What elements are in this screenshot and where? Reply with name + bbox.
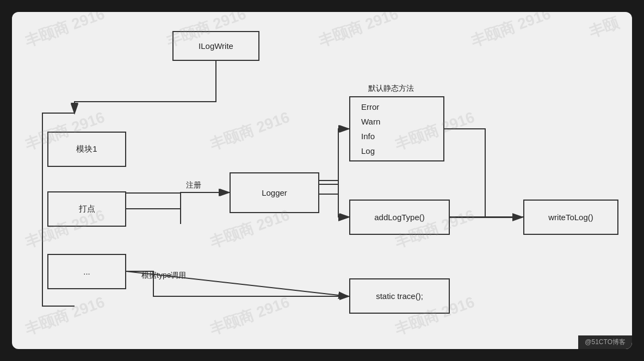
addlogtype-box: addLogType() [349, 200, 450, 235]
by-type-label: 根据type调用 [141, 271, 186, 281]
default-static-label: 默认静态方法 [368, 84, 414, 94]
info-label: Info [361, 129, 375, 144]
static-trace-label: static trace(); [376, 291, 423, 301]
module1-box: 模块1 [47, 132, 126, 167]
log-label: Log [361, 144, 375, 158]
writetolog-label: writeToLog() [548, 213, 593, 222]
arrows-precise-svg [12, 12, 632, 349]
watermark-7: 丰颐商 2916 [207, 107, 293, 155]
watermark-5: 丰颐 [586, 13, 622, 43]
diagram-container: 丰颐商 2916 丰颐商 2916 丰颐商 2916 丰颐商 2916 丰颐 丰… [12, 12, 632, 349]
watermark-12: 丰颐商 2916 [22, 292, 108, 340]
module1-label: 模块1 [76, 144, 97, 154]
static-trace-box: static trace(); [349, 278, 450, 314]
watermark-1: 丰颐商 2916 [22, 12, 108, 52]
watermark-4: 丰颐商 2916 [468, 12, 554, 52]
error-methods-box: Error Warn Info Log [349, 96, 444, 161]
watermarks-layer: 丰颐商 2916 丰颐商 2916 丰颐商 2916 丰颐商 2916 丰颐 丰… [12, 12, 632, 349]
dots-label: ... [83, 267, 90, 276]
warn-label: Warn [361, 114, 380, 129]
logger-box: Logger [230, 172, 319, 213]
register-label: 注册 [186, 180, 201, 190]
ilogwrite-box: ILogWrite [172, 31, 259, 61]
left-bottom-bar [42, 306, 75, 307]
left-top-bar [42, 113, 75, 114]
dianji-label: 打点 [79, 204, 95, 214]
dianji-box: 打点 [47, 191, 126, 227]
addlogtype-label: addLogType() [374, 213, 425, 222]
arrows-svg [12, 12, 632, 349]
footer-bar: @51CTO博客 [578, 335, 632, 349]
error-label: Error [361, 99, 379, 114]
ilogwrite-label: ILogWrite [199, 41, 233, 51]
left-vertical-bar [42, 113, 43, 306]
watermark-3: 丰颐商 2916 [315, 12, 401, 52]
watermark-13: 丰颐商 2916 [207, 292, 293, 340]
footer-text: @51CTO博客 [585, 338, 626, 346]
logger-label: Logger [262, 188, 287, 197]
dots-box: ... [47, 254, 126, 289]
writetolog-box: writeToLog() [523, 200, 618, 235]
